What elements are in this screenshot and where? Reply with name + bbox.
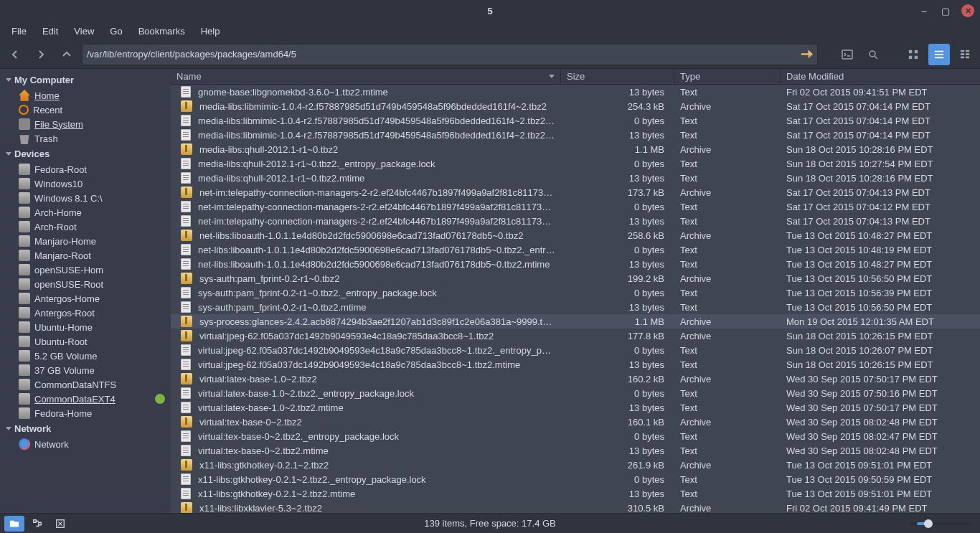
file-type: Text	[674, 130, 781, 141]
zoom-slider[interactable]	[908, 522, 973, 525]
sidebar-item-label: Arch-Home	[34, 207, 165, 218]
file-size: 258.6 kB	[561, 230, 674, 241]
file-row[interactable]: sys-auth:pam_fprint-0.2-r1~0.tbz2.mtime1…	[171, 300, 980, 314]
file-row[interactable]: net-im:telepathy-connection-managers-2-r…	[171, 214, 980, 228]
file-row[interactable]: virtual:latex-base-1.0~2.tbz2._entropy_p…	[171, 386, 980, 400]
file-row[interactable]: net-libs:liboauth-1.0.1.1e4d80b2d2fdc590…	[171, 257, 980, 271]
forward-button[interactable]	[30, 44, 52, 65]
file-row[interactable]: net-im:telepathy-connection-managers-2-r…	[171, 185, 980, 199]
menu-view[interactable]: View	[67, 24, 101, 39]
sidebar-item-manjaro-home[interactable]: Manjaro-Home	[0, 234, 171, 248]
show-tree-button[interactable]	[27, 516, 47, 532]
maximize-button[interactable]: ▢	[940, 5, 951, 16]
view-list-button[interactable]	[928, 44, 950, 65]
sidebar-item-37-gb-volume[interactable]: 37 GB Volume	[0, 363, 171, 377]
file-row[interactable]: x11-libs:gtkhotkey-0.2.1~2.tbz2261.9 kBA…	[171, 458, 980, 472]
view-icons-button[interactable]	[903, 44, 924, 65]
close-sidebar-button[interactable]	[50, 516, 70, 532]
file-row[interactable]: net-im:telepathy-connection-managers-2-r…	[171, 199, 980, 214]
column-size[interactable]: Size	[561, 69, 674, 84]
file-name: sys-auth:pam_fprint-0.2-r1~0.tbz2._entro…	[198, 288, 561, 298]
menu-file[interactable]: File	[4, 24, 34, 39]
file-row[interactable]: sys-process:glances-2.4.2.acb8874294b3ae…	[171, 314, 980, 329]
sidebar-item-trash[interactable]: Trash	[0, 131, 171, 146]
menu-edit[interactable]: Edit	[35, 24, 65, 39]
file-row[interactable]: virtual:tex-base-0~2.tbz2.mtime13 bytesT…	[171, 443, 980, 458]
sidebar-item-antergos-home[interactable]: Antergos-Home	[0, 291, 171, 306]
file-row[interactable]: sys-auth:pam_fprint-0.2-r1~0.tbz2._entro…	[171, 286, 980, 300]
sidebar-item-file-system[interactable]: File System	[0, 117, 171, 131]
sidebar-item-network[interactable]: Network	[0, 437, 171, 451]
sidebar-item-commondatantfs[interactable]: CommonDataNTFS	[0, 377, 171, 392]
sidebar-item-fedora-root[interactable]: Fedora-Root	[0, 162, 171, 176]
file-row[interactable]: media-libs:qhull-2012.1-r1~0.tbz21.1 MBA…	[171, 142, 980, 156]
sidebar-section-network[interactable]: Network	[0, 420, 171, 437]
sidebar-item-windows-8-1-c-[interactable]: Windows 8.1 C:\	[0, 191, 171, 205]
file-row[interactable]: virtual:jpeg-62.f05a037dc1492b9049593e4c…	[171, 357, 980, 372]
file-row[interactable]: net-libs:liboauth-1.0.1.1e4d80b2d2fdc590…	[171, 242, 980, 257]
sidebar-item-label: Home	[34, 90, 165, 101]
column-type[interactable]: Type	[674, 69, 781, 84]
eject-icon[interactable]	[155, 394, 165, 404]
sidebar-item-label: openSUSE-Root	[34, 279, 165, 290]
text-file-icon	[181, 445, 191, 456]
search-button[interactable]	[862, 44, 884, 65]
file-row[interactable]: media-libs:qhull-2012.1-r1~0.tbz2.mtime1…	[171, 171, 980, 185]
show-places-button[interactable]	[4, 516, 24, 532]
file-row[interactable]: media-libs:libmimic-1.0.4-r2.f57887985d5…	[171, 99, 980, 113]
minimize-button[interactable]: –	[918, 5, 930, 16]
file-date: Wed 30 Sep 2015 08:02:47 PM EDT	[781, 431, 980, 442]
file-type: Archive	[674, 273, 781, 284]
expand-icon	[6, 427, 11, 430]
sidebar-item-arch-root[interactable]: Arch-Root	[0, 220, 171, 234]
sidebar-item-arch-home[interactable]: Arch-Home	[0, 205, 171, 220]
back-button[interactable]	[4, 44, 26, 65]
file-row[interactable]: x11-libs:gtkhotkey-0.2.1~2.tbz2.mtime13 …	[171, 486, 980, 501]
view-compact-button[interactable]	[954, 44, 976, 65]
sidebar-item-5-2-gb-volume[interactable]: 5.2 GB Volume	[0, 349, 171, 363]
file-row[interactable]: x11-libs:gtkhotkey-0.2.1~2.tbz2._entropy…	[171, 472, 980, 486]
file-row[interactable]: media-libs:libmimic-1.0.4-r2.f57887985d5…	[171, 128, 980, 142]
column-name[interactable]: Name	[171, 69, 561, 84]
file-row[interactable]: virtual:tex-base-0~2.tbz2._entropy_packa…	[171, 429, 980, 443]
sidebar-item-antergos-root[interactable]: Antergos-Root	[0, 306, 171, 320]
file-row[interactable]: virtual:jpeg-62.f05a037dc1492b9049593e4c…	[171, 329, 980, 343]
file-row[interactable]: media-libs:qhull-2012.1-r1~0.tbz2._entro…	[171, 156, 980, 171]
sidebar-item-windows10[interactable]: Windows10	[0, 176, 171, 191]
sidebar-item-manjaro-root[interactable]: Manjaro-Root	[0, 248, 171, 263]
sidebar-section-my-computer[interactable]: My Computer	[0, 72, 171, 88]
close-button[interactable]: ✕	[961, 4, 974, 17]
sidebar-item-opensuse-hom[interactable]: openSUSE-Hom	[0, 263, 171, 277]
sidebar-item-ubuntu-root[interactable]: Ubuntu-Root	[0, 334, 171, 349]
sidebar-section-devices[interactable]: Devices	[0, 146, 171, 162]
up-button[interactable]	[56, 44, 77, 65]
terminal-button[interactable]	[837, 44, 858, 65]
file-row[interactable]: net-libs:liboauth-1.0.1.1e4d80b2d2fdc590…	[171, 228, 980, 242]
file-name: virtual:jpeg-62.f05a037dc1492b9049593e4c…	[198, 359, 561, 370]
file-row[interactable]: virtual:jpeg-62.f05a037dc1492b9049593e4c…	[171, 343, 980, 357]
file-row[interactable]: gnome-base:libgnomekbd-3.6.0~1.tbz2.mtim…	[171, 85, 980, 99]
file-row[interactable]: virtual:latex-base-1.0~2.tbz2.mtime13 by…	[171, 400, 980, 415]
file-row[interactable]: virtual:latex-base-1.0~2.tbz2160.2 kBArc…	[171, 372, 980, 386]
location-input[interactable]	[87, 49, 801, 60]
sidebar-item-fedora-home[interactable]: Fedora-Home	[0, 406, 171, 420]
file-row[interactable]: virtual:tex-base-0~2.tbz2160.1 kBArchive…	[171, 415, 980, 429]
file-row[interactable]: x11-libs:libxklavier-5.3~2.tbz2310.5 kBA…	[171, 501, 980, 513]
sidebar-item-ubuntu-home[interactable]: Ubuntu-Home	[0, 320, 171, 334]
sidebar-item-commondataext4[interactable]: CommonDataEXT4	[0, 392, 171, 406]
sidebar-item-opensuse-root[interactable]: openSUSE-Root	[0, 277, 171, 291]
sidebar-item-label: 37 GB Volume	[34, 365, 165, 376]
sidebar-item-home[interactable]: Home	[0, 88, 171, 103]
menu-help[interactable]: Help	[194, 24, 227, 39]
file-row[interactable]: sys-auth:pam_fprint-0.2-r1~0.tbz2199.2 k…	[171, 271, 980, 286]
svg-rect-5	[915, 55, 918, 58]
file-rows[interactable]: gnome-base:libgnomekbd-3.6.0~1.tbz2.mtim…	[171, 85, 980, 513]
location-bar[interactable]	[82, 44, 818, 65]
home-icon	[19, 90, 30, 101]
sidebar-item-recent[interactable]: Recent	[0, 103, 171, 117]
menu-bookmarks[interactable]: Bookmarks	[131, 24, 192, 39]
column-date[interactable]: Date Modified	[781, 69, 980, 84]
location-go-icon[interactable]	[801, 50, 813, 59]
file-row[interactable]: media-libs:libmimic-1.0.4-r2.f57887985d5…	[171, 113, 980, 128]
menu-go[interactable]: Go	[103, 24, 129, 39]
